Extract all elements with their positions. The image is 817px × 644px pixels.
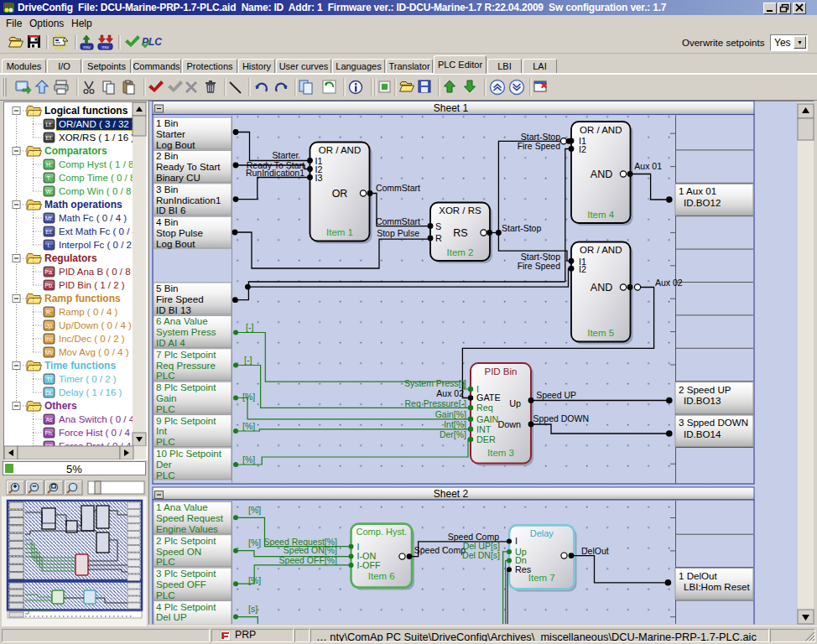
svg-text:Starter: Starter <box>272 150 299 160</box>
svg-text:2 Plc Setpoint: 2 Plc Setpoint <box>156 535 216 546</box>
svg-text:2 Speed UP: 2 Speed UP <box>679 384 731 395</box>
svg-text:Fire Speed: Fire Speed <box>518 141 561 151</box>
svg-text:mu: mu <box>101 44 108 49</box>
svg-text:Math Fc ( 0 / 4 ): Math Fc ( 0 / 4 ) <box>59 213 127 223</box>
svg-text:Spped DOWN: Spped DOWN <box>533 413 589 423</box>
svg-text:Del DN[s]: Del DN[s] <box>462 550 500 560</box>
svg-text:Pa.: Pa. <box>44 269 54 275</box>
svg-text:Up: Up <box>509 398 521 408</box>
svg-text:DelOut: DelOut <box>581 546 609 556</box>
svg-text:Lf.: Lf. <box>46 122 53 127</box>
svg-text:Comp Hyst ( 1 / 8 ): Comp Hyst ( 1 / 8 ) <box>59 159 140 169</box>
svg-text:ID BI 13: ID BI 13 <box>156 304 191 315</box>
svg-text:Item 7: Item 7 <box>528 573 555 583</box>
svg-text:PLC: PLC <box>156 556 175 567</box>
svg-text:Logical functions: Logical functions <box>44 105 128 117</box>
svg-text:Ef.: Ef. <box>45 135 53 141</box>
svg-text:TI: TI <box>46 377 51 382</box>
svg-text:[%]: [%] <box>242 454 255 465</box>
svg-text:ID.BO13: ID.BO13 <box>684 395 721 406</box>
svg-text:Item 4: Item 4 <box>587 210 615 220</box>
svg-text:3 Bin: 3 Bin <box>156 184 178 195</box>
svg-text:1 Aux 01: 1 Aux 01 <box>679 185 716 196</box>
svg-text:R.: R. <box>46 309 52 315</box>
svg-text:Mov Avg ( 0 / 4 ): Mov Avg ( 0 / 4 ) <box>59 347 129 357</box>
svg-text:ID.BO14: ID.BO14 <box>684 428 721 439</box>
svg-text:OR / AND: OR / AND <box>580 245 622 255</box>
svg-text:CommStart: CommStart <box>376 183 420 193</box>
svg-text:Sheet 1: Sheet 1 <box>434 102 469 114</box>
svg-text:Der[%]: Der[%] <box>440 429 466 439</box>
svg-text:9 Plc Setpoint: 9 Plc Setpoint <box>156 415 216 426</box>
svg-text:PID Bin: PID Bin <box>485 366 518 377</box>
svg-text:Timer ( 0 / 2 ): Timer ( 0 / 2 ) <box>59 374 117 384</box>
svg-text:Item 3: Item 3 <box>487 448 514 458</box>
svg-text:S: S <box>435 221 441 231</box>
svg-text:Res: Res <box>515 564 532 574</box>
svg-text:Log Bout: Log Bout <box>156 238 195 249</box>
svg-text:Req Pressure[-]: Req Pressure[-] <box>404 398 466 408</box>
svg-text:Fire Speed: Fire Speed <box>156 293 204 304</box>
svg-text:OR / AND: OR / AND <box>319 145 361 155</box>
svg-text:AND: AND <box>591 282 612 293</box>
svg-text:Delay: Delay <box>530 528 554 538</box>
svg-text:PLC: PLC <box>156 370 175 381</box>
svg-text:I-OFF: I-OFF <box>357 560 382 570</box>
svg-text:Speed OFF[%]: Speed OFF[%] <box>279 555 338 565</box>
svg-text:Aux 01: Aux 01 <box>634 161 662 171</box>
svg-text:Item 2: Item 2 <box>447 247 474 257</box>
svg-text:7 Plc Setpoint: 7 Plc Setpoint <box>156 349 216 360</box>
svg-text:Int[%]: Int[%] <box>444 419 466 429</box>
svg-text:Mf.: Mf. <box>45 216 54 221</box>
svg-text:ID AI 4: ID AI 4 <box>156 337 185 348</box>
svg-text:XOR / RS: XOR / RS <box>439 205 481 216</box>
svg-text:Comp Win ( 0 / 8 ): Comp Win ( 0 / 8 ) <box>59 186 137 196</box>
svg-text:Ready To Start: Ready To Start <box>156 161 221 172</box>
svg-text:6 Ana Value: 6 Ana Value <box>156 315 208 326</box>
svg-text:1 DelOut: 1 DelOut <box>679 570 718 581</box>
svg-text:OR / AND: OR / AND <box>580 125 622 135</box>
svg-text:Speed OFF: Speed OFF <box>156 579 206 589</box>
svg-text:3 Spped DOWN: 3 Spped DOWN <box>679 417 748 428</box>
svg-text:[%]: [%] <box>248 575 261 585</box>
svg-text:AND: AND <box>591 169 612 180</box>
svg-text:Ramp functions: Ramp functions <box>44 293 121 304</box>
svg-text:Comparators: Comparators <box>44 145 107 157</box>
svg-text:Up.: Up. <box>44 323 54 330</box>
svg-text:Ramp ( 0 / 4 ): Ramp ( 0 / 4 ) <box>59 307 117 317</box>
svg-text:Item 5: Item 5 <box>587 328 614 338</box>
svg-text:Fh.: Fh. <box>44 430 53 436</box>
svg-text:mu: mu <box>83 44 90 49</box>
svg-text:[%]: [%] <box>248 538 261 548</box>
svg-text:Int: Int <box>156 425 168 436</box>
svg-text:10 Plc Setpoint: 10 Plc Setpoint <box>156 448 222 459</box>
svg-text:Inc: Inc <box>45 336 54 342</box>
svg-text:Speed ON: Speed ON <box>156 546 201 557</box>
svg-text:Item 6: Item 6 <box>368 571 395 581</box>
svg-text:Stop Pulse: Stop Pulse <box>156 227 203 238</box>
svg-text:CommStart: CommStart <box>376 216 420 226</box>
svg-text:Speed UP: Speed UP <box>536 390 576 400</box>
svg-text:H.: H. <box>46 162 52 168</box>
svg-text:Force Hist ( 0 / 4 ): Force Hist ( 0 / 4 ) <box>59 428 136 438</box>
svg-text:Delay ( 1 / 16 ): Delay ( 1 / 16 ) <box>59 387 122 397</box>
svg-text:PLC: PLC <box>156 589 175 600</box>
svg-text:XOR/RS ( 1 / 16 ): XOR/RS ( 1 / 16 ) <box>59 132 134 143</box>
svg-text:PID Bin ( 1 / 2 ): PID Bin ( 1 / 2 ) <box>59 280 125 290</box>
svg-text:GAIN: GAIN <box>476 414 498 424</box>
svg-text:ID BI 6: ID BI 6 <box>156 205 185 216</box>
svg-text:GATE: GATE <box>476 392 501 402</box>
svg-text:RunIndication1: RunIndication1 <box>246 168 304 178</box>
svg-text:Binary CU: Binary CU <box>156 172 200 183</box>
svg-text:[%]: [%] <box>248 505 261 515</box>
svg-text:Up/Down ( 0 / 4 ): Up/Down ( 0 / 4 ) <box>59 320 132 330</box>
svg-text:Speed Comp: Speed Comp <box>448 532 499 542</box>
svg-text:I2: I2 <box>579 264 586 274</box>
svg-text:ID.BO12: ID.BO12 <box>684 197 721 208</box>
svg-text:4 Plc Setpoint: 4 Plc Setpoint <box>156 601 216 612</box>
svg-text:Down: Down <box>497 419 521 429</box>
svg-text:DL: DL <box>45 390 53 396</box>
svg-text:[-]: [-] <box>244 355 252 365</box>
svg-text:I.: I. <box>48 242 51 248</box>
svg-text:Ef.: Ef. <box>45 229 53 235</box>
